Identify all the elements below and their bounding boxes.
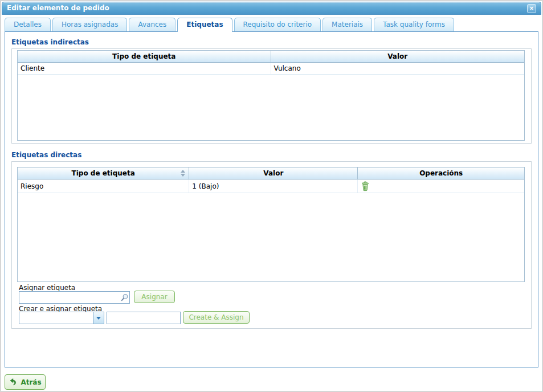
indirect-labels-heading: Etiquetas indirectas — [11, 38, 89, 46]
direct-labels-grid: Tipo de etiqueta Valor Operacións Riesgo… — [17, 167, 525, 282]
cell-tipo: Cliente — [18, 63, 271, 74]
back-button-label: Atrás — [21, 378, 41, 386]
column-header-operacions: Operacións — [358, 168, 524, 179]
indirect-labels-section: Tipo de etiqueta Valor Cliente Vulcano — [11, 48, 532, 144]
tab-horas-asignadas[interactable]: Horas asignadas — [52, 18, 127, 31]
tab-requisito-do-criterio[interactable]: Requisito do criterio — [234, 18, 321, 31]
column-header-tipo-de-etiqueta[interactable]: Tipo de etiqueta — [18, 168, 189, 179]
cell-valor: Vulcano — [271, 63, 525, 74]
tab-avances[interactable]: Avances — [129, 18, 175, 31]
label-type-select-value — [19, 312, 93, 324]
tab-materiais[interactable]: Materiais — [322, 18, 372, 31]
search-icon[interactable] — [119, 292, 129, 303]
grid-header-row: Tipo de etiqueta Valor Operacións — [18, 168, 524, 179]
close-icon[interactable]: × — [527, 4, 536, 13]
table-row[interactable]: Riesgo 1 (Bajo) — [18, 179, 524, 193]
column-header-tipo-de-etiqueta: Tipo de etiqueta — [18, 51, 271, 62]
tab-etiquetas[interactable]: Etiquetas — [177, 18, 232, 32]
column-header-valor: Valor — [189, 168, 358, 179]
column-header-label: Tipo de etiqueta — [72, 169, 135, 177]
grid-header-row: Tipo de etiqueta Valor — [18, 51, 524, 63]
assign-label-input[interactable] — [19, 292, 119, 303]
delete-trash-icon[interactable] — [361, 181, 370, 191]
assign-label-caption: Asignar etiqueta — [19, 284, 75, 292]
tab-detalles[interactable]: Detalles — [5, 18, 51, 31]
grid-empty-area — [18, 75, 524, 140]
tab-task-quality-forms[interactable]: Task quality forms — [374, 18, 454, 31]
sort-icon[interactable] — [181, 170, 185, 177]
assign-button[interactable]: Asignar — [134, 291, 175, 303]
dialog-title: Editar elemento de pedido — [7, 4, 109, 12]
edit-order-item-dialog: Editar elemento de pedido × Detalles Hor… — [0, 0, 543, 392]
table-row[interactable]: Cliente Vulcano — [18, 63, 524, 75]
etiquetas-tab-panel: Etiquetas indirectas Tipo de etiqueta Va… — [5, 31, 538, 368]
direct-labels-section: Tipo de etiqueta Valor Operacións Riesgo… — [11, 161, 532, 329]
create-and-assign-button[interactable]: Create & Assign — [183, 311, 250, 324]
back-arrow-icon — [9, 378, 17, 386]
grid-empty-area — [18, 193, 524, 281]
indirect-labels-grid: Tipo de etiqueta Valor Cliente Vulcano — [17, 50, 525, 141]
column-header-valor: Valor — [271, 51, 525, 62]
chevron-down-icon[interactable] — [93, 312, 104, 324]
assign-label-field — [19, 291, 130, 304]
new-label-value-input[interactable] — [107, 312, 181, 324]
cell-operacions — [358, 179, 524, 193]
label-type-select[interactable] — [19, 312, 104, 324]
tab-bar: Detalles Horas asignadas Avances Etiquet… — [5, 18, 454, 32]
dialog-titlebar: Editar elemento de pedido × — [2, 2, 541, 15]
direct-labels-heading: Etiquetas directas — [11, 151, 81, 159]
cell-valor: 1 (Bajo) — [189, 179, 358, 193]
back-button[interactable]: Atrás — [5, 374, 46, 390]
cell-tipo: Riesgo — [18, 179, 189, 193]
